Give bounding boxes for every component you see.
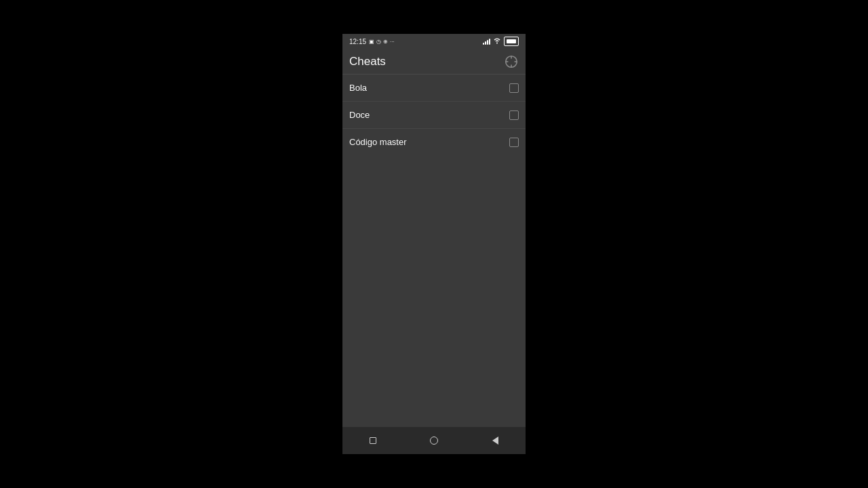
cheat-item-codigo-master[interactable]: Código master	[342, 129, 526, 155]
back-icon	[492, 436, 498, 445]
cheat-name-doce: Doce	[349, 110, 370, 120]
status-bar: 12:15 ▣ ◷ ⊕ ···	[342, 34, 526, 49]
battery-fill	[507, 39, 516, 43]
home-button[interactable]	[424, 430, 444, 451]
signal-bar-3	[487, 40, 488, 45]
status-bar-right	[483, 37, 519, 46]
signal-bar-4	[489, 39, 490, 45]
phone-screen: 12:15 ▣ ◷ ⊕ ···	[342, 34, 526, 454]
status-icons: ▣ ◷ ⊕ ···	[369, 39, 395, 45]
cheat-item-doce[interactable]: Doce	[342, 102, 526, 129]
back-button[interactable]	[485, 430, 505, 451]
alarm-icon: ◷	[376, 39, 381, 45]
cheat-checkbox-codigo-master[interactable]	[509, 138, 519, 147]
signal-bar-2	[485, 41, 486, 45]
cheat-checkbox-bola[interactable]	[509, 83, 519, 93]
globe-icon: ⊕	[383, 39, 388, 45]
page-title: Cheats	[349, 55, 386, 68]
signal-bar-1	[483, 43, 484, 45]
app-header: Cheats	[342, 49, 526, 75]
nav-bar	[342, 427, 526, 454]
cheat-checkbox-doce[interactable]	[509, 110, 519, 120]
recent-apps-icon	[370, 437, 376, 444]
notification-icon: ▣	[369, 39, 374, 45]
cheat-item-bola[interactable]: Bola	[342, 75, 526, 102]
add-cheat-button[interactable]	[504, 54, 519, 69]
cheats-list: Bola Doce Código master	[342, 75, 526, 427]
recent-apps-button[interactable]	[363, 430, 383, 451]
signal-bars	[483, 38, 490, 45]
home-icon	[430, 436, 438, 445]
cheat-name-bola: Bola	[349, 83, 367, 93]
cheat-name-codigo-master: Código master	[349, 137, 407, 147]
more-icon: ···	[390, 39, 395, 45]
status-bar-left: 12:15 ▣ ◷ ⊕ ···	[349, 38, 395, 45]
wifi-icon	[493, 37, 501, 45]
battery-icon	[504, 37, 519, 46]
status-time: 12:15	[349, 38, 366, 45]
